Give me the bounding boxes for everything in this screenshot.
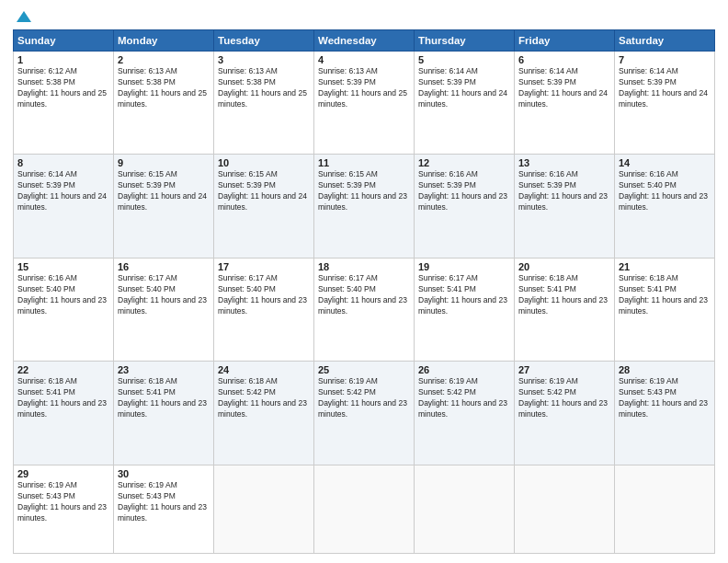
day-number: 15 — [17, 261, 109, 272]
calendar-cell: 9 Sunrise: 6:15 AM Sunset: 5:39 PM Dayli… — [114, 155, 214, 258]
day-number: 20 — [518, 261, 610, 272]
day-number: 6 — [518, 54, 610, 65]
day-info: Sunrise: 6:15 AM Sunset: 5:39 PM Dayligh… — [318, 169, 410, 213]
calendar-cell: 4 Sunrise: 6:13 AM Sunset: 5:39 PM Dayli… — [314, 52, 415, 155]
day-info: Sunrise: 6:19 AM Sunset: 5:43 PM Dayligh… — [17, 480, 109, 524]
page: SundayMondayTuesdayWednesdayThursdayFrid… — [0, 0, 728, 563]
calendar-cell: 27 Sunrise: 6:19 AM Sunset: 5:42 PM Dayl… — [515, 362, 615, 465]
day-number: 23 — [118, 364, 210, 375]
day-number: 14 — [619, 157, 711, 168]
day-info: Sunrise: 6:16 AM Sunset: 5:39 PM Dayligh… — [418, 169, 510, 213]
day-info: Sunrise: 6:15 AM Sunset: 5:39 PM Dayligh… — [118, 169, 210, 213]
day-info: Sunrise: 6:16 AM Sunset: 5:39 PM Dayligh… — [518, 169, 610, 213]
day-number: 17 — [218, 261, 310, 272]
day-info: Sunrise: 6:19 AM Sunset: 5:43 PM Dayligh… — [118, 480, 210, 524]
calendar-cell: 26 Sunrise: 6:19 AM Sunset: 5:42 PM Dayl… — [415, 362, 515, 465]
calendar-cell: 7 Sunrise: 6:14 AM Sunset: 5:39 PM Dayli… — [615, 52, 715, 155]
logo — [13, 9, 33, 24]
calendar-cell: 24 Sunrise: 6:18 AM Sunset: 5:42 PM Dayl… — [214, 362, 314, 465]
calendar-table: SundayMondayTuesdayWednesdayThursdayFrid… — [13, 29, 715, 554]
col-header-friday: Friday — [515, 30, 615, 52]
day-number: 19 — [418, 261, 510, 272]
day-info: Sunrise: 6:19 AM Sunset: 5:43 PM Dayligh… — [619, 376, 711, 420]
logo-icon — [15, 9, 33, 28]
day-info: Sunrise: 6:16 AM Sunset: 5:40 PM Dayligh… — [17, 273, 109, 317]
day-number: 13 — [518, 157, 610, 168]
day-info: Sunrise: 6:13 AM Sunset: 5:39 PM Dayligh… — [318, 66, 410, 110]
col-header-tuesday: Tuesday — [214, 30, 314, 52]
day-number: 28 — [619, 364, 711, 375]
day-info: Sunrise: 6:17 AM Sunset: 5:41 PM Dayligh… — [418, 273, 510, 317]
col-header-wednesday: Wednesday — [314, 30, 415, 52]
day-info: Sunrise: 6:17 AM Sunset: 5:40 PM Dayligh… — [318, 273, 410, 317]
calendar-cell: 17 Sunrise: 6:17 AM Sunset: 5:40 PM Dayl… — [214, 258, 314, 361]
calendar-cell: 15 Sunrise: 6:16 AM Sunset: 5:40 PM Dayl… — [14, 258, 114, 361]
day-number: 30 — [118, 468, 210, 479]
calendar-cell: 29 Sunrise: 6:19 AM Sunset: 5:43 PM Dayl… — [14, 465, 114, 553]
day-number: 27 — [518, 364, 610, 375]
day-info: Sunrise: 6:18 AM Sunset: 5:41 PM Dayligh… — [518, 273, 610, 317]
col-header-thursday: Thursday — [415, 30, 515, 52]
calendar-cell: 20 Sunrise: 6:18 AM Sunset: 5:41 PM Dayl… — [515, 258, 615, 361]
day-number: 16 — [118, 261, 210, 272]
day-info: Sunrise: 6:18 AM Sunset: 5:42 PM Dayligh… — [218, 376, 310, 420]
day-info: Sunrise: 6:12 AM Sunset: 5:38 PM Dayligh… — [17, 66, 109, 110]
calendar-cell: 25 Sunrise: 6:19 AM Sunset: 5:42 PM Dayl… — [314, 362, 415, 465]
day-number: 4 — [318, 54, 410, 65]
day-info: Sunrise: 6:19 AM Sunset: 5:42 PM Dayligh… — [418, 376, 510, 420]
day-info: Sunrise: 6:14 AM Sunset: 5:39 PM Dayligh… — [518, 66, 610, 110]
col-header-saturday: Saturday — [615, 30, 715, 52]
day-info: Sunrise: 6:17 AM Sunset: 5:40 PM Dayligh… — [218, 273, 310, 317]
day-info: Sunrise: 6:17 AM Sunset: 5:40 PM Dayligh… — [118, 273, 210, 317]
day-number: 22 — [17, 364, 109, 375]
day-info: Sunrise: 6:16 AM Sunset: 5:40 PM Dayligh… — [619, 169, 711, 213]
day-number: 10 — [218, 157, 310, 168]
calendar-cell: 6 Sunrise: 6:14 AM Sunset: 5:39 PM Dayli… — [515, 52, 615, 155]
day-info: Sunrise: 6:19 AM Sunset: 5:42 PM Dayligh… — [518, 376, 610, 420]
calendar-cell: 19 Sunrise: 6:17 AM Sunset: 5:41 PM Dayl… — [415, 258, 515, 361]
header — [13, 9, 715, 24]
day-info: Sunrise: 6:13 AM Sunset: 5:38 PM Dayligh… — [118, 66, 210, 110]
day-info: Sunrise: 6:19 AM Sunset: 5:42 PM Dayligh… — [318, 376, 410, 420]
day-number: 18 — [318, 261, 410, 272]
day-info: Sunrise: 6:14 AM Sunset: 5:39 PM Dayligh… — [619, 66, 711, 110]
calendar-cell: 18 Sunrise: 6:17 AM Sunset: 5:40 PM Dayl… — [314, 258, 415, 361]
day-number: 21 — [619, 261, 711, 272]
calendar-cell — [615, 465, 715, 553]
calendar-cell: 22 Sunrise: 6:18 AM Sunset: 5:41 PM Dayl… — [14, 362, 114, 465]
day-number: 7 — [619, 54, 711, 65]
calendar-cell: 8 Sunrise: 6:14 AM Sunset: 5:39 PM Dayli… — [14, 155, 114, 258]
calendar-cell: 30 Sunrise: 6:19 AM Sunset: 5:43 PM Dayl… — [114, 465, 214, 553]
calendar-cell — [515, 465, 615, 553]
calendar-cell: 13 Sunrise: 6:16 AM Sunset: 5:39 PM Dayl… — [515, 155, 615, 258]
day-number: 5 — [418, 54, 510, 65]
col-header-sunday: Sunday — [14, 30, 114, 52]
day-number: 24 — [218, 364, 310, 375]
calendar-cell: 2 Sunrise: 6:13 AM Sunset: 5:38 PM Dayli… — [114, 52, 214, 155]
day-info: Sunrise: 6:15 AM Sunset: 5:39 PM Dayligh… — [218, 169, 310, 213]
day-number: 8 — [17, 157, 109, 168]
day-info: Sunrise: 6:18 AM Sunset: 5:41 PM Dayligh… — [118, 376, 210, 420]
calendar-cell: 16 Sunrise: 6:17 AM Sunset: 5:40 PM Dayl… — [114, 258, 214, 361]
day-number: 11 — [318, 157, 410, 168]
day-number: 26 — [418, 364, 510, 375]
calendar-cell: 5 Sunrise: 6:14 AM Sunset: 5:39 PM Dayli… — [415, 52, 515, 155]
day-number: 9 — [118, 157, 210, 168]
calendar-cell: 23 Sunrise: 6:18 AM Sunset: 5:41 PM Dayl… — [114, 362, 214, 465]
day-number: 12 — [418, 157, 510, 168]
calendar-cell — [415, 465, 515, 553]
day-number: 2 — [118, 54, 210, 65]
day-number: 25 — [318, 364, 410, 375]
calendar-cell: 12 Sunrise: 6:16 AM Sunset: 5:39 PM Dayl… — [415, 155, 515, 258]
calendar-cell: 14 Sunrise: 6:16 AM Sunset: 5:40 PM Dayl… — [615, 155, 715, 258]
day-info: Sunrise: 6:14 AM Sunset: 5:39 PM Dayligh… — [17, 169, 109, 213]
day-info: Sunrise: 6:18 AM Sunset: 5:41 PM Dayligh… — [17, 376, 109, 420]
calendar-cell — [214, 465, 314, 553]
day-info: Sunrise: 6:13 AM Sunset: 5:38 PM Dayligh… — [218, 66, 310, 110]
day-info: Sunrise: 6:14 AM Sunset: 5:39 PM Dayligh… — [418, 66, 510, 110]
calendar-cell: 10 Sunrise: 6:15 AM Sunset: 5:39 PM Dayl… — [214, 155, 314, 258]
day-info: Sunrise: 6:18 AM Sunset: 5:41 PM Dayligh… — [619, 273, 711, 317]
calendar-cell: 3 Sunrise: 6:13 AM Sunset: 5:38 PM Dayli… — [214, 52, 314, 155]
calendar-cell: 28 Sunrise: 6:19 AM Sunset: 5:43 PM Dayl… — [615, 362, 715, 465]
calendar-cell: 1 Sunrise: 6:12 AM Sunset: 5:38 PM Dayli… — [14, 52, 114, 155]
